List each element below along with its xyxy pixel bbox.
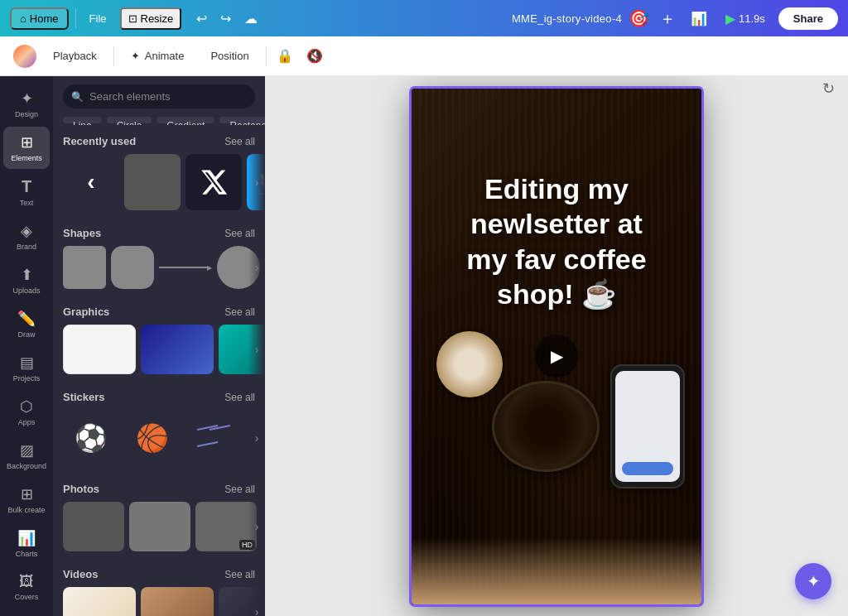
sidebar-item-uploads[interactable]: ⬆ Uploads <box>3 259 50 301</box>
phone-mockup <box>610 364 685 488</box>
canvas-area: Editing mynewlsetter atmy fav coffeeshop… <box>265 76 848 616</box>
home-button[interactable]: ⌂ Home <box>10 7 69 30</box>
tag-circle[interactable]: Circle <box>107 117 152 123</box>
shape-arrow-line[interactable] <box>159 246 212 289</box>
search-input[interactable] <box>63 84 255 108</box>
background-label: Background <box>7 462 46 470</box>
graphic-item-2[interactable] <box>141 325 214 374</box>
playback-button[interactable]: Playback <box>43 45 107 67</box>
sidebar-item-draw[interactable]: ✏️ Draw <box>3 303 50 345</box>
shape-rounded-rect[interactable] <box>111 246 154 289</box>
recently-item-x[interactable] <box>186 154 242 210</box>
videos-see-all[interactable]: See all <box>224 569 255 580</box>
recently-item-chevron[interactable]: ‹ <box>63 154 119 210</box>
toolbar-separator-2 <box>266 46 267 66</box>
canvas-frame[interactable]: Editing mynewlsetter atmy fav coffeeshop… <box>412 89 701 604</box>
recently-used-header: Recently used See all <box>53 132 265 154</box>
text-icon: T <box>22 177 31 196</box>
sidebar-item-text[interactable]: T Text <box>3 171 50 214</box>
video-item-1[interactable]: 14.0s <box>63 587 136 616</box>
photo-item-3[interactable]: HD <box>195 502 257 551</box>
redo-button[interactable]: ↪ <box>215 7 236 30</box>
sidebar-item-bulk-create[interactable]: ⊞ Bulk create <box>3 479 50 521</box>
resize-icon: ⊡ <box>128 12 137 25</box>
graphics-label: Graphics <box>63 306 109 318</box>
graphics-header: Graphics See all <box>53 302 265 325</box>
main-area: ✦ Design ⊞ Elements T Text ◈ Brand ⬆ Upl… <box>0 76 848 616</box>
bulk-create-label: Bulk create <box>7 506 45 514</box>
graphics-row-wrapper: › <box>53 325 265 374</box>
shapes-see-all[interactable]: See all <box>224 228 255 239</box>
sticker-item-2[interactable]: 🏀 <box>124 410 181 466</box>
videos-section: Videos See all 14.0s 12.0s 15.0s <box>53 558 265 616</box>
collab-icon: 🎯 <box>629 8 649 28</box>
sidebar-item-covers[interactable]: 🖼 Covers <box>3 566 50 608</box>
draw-label: Draw <box>17 330 35 339</box>
undo-button[interactable]: ↩ <box>191 7 212 30</box>
videos-row-wrapper: 14.0s 12.0s 15.0s › <box>53 587 265 616</box>
sidebar-item-projects[interactable]: ▤ Projects <box>3 347 50 389</box>
file-menu[interactable]: File <box>83 9 113 28</box>
graphics-more-chevron[interactable]: › <box>248 325 265 374</box>
shape-square[interactable] <box>63 246 106 289</box>
sidebar-item-design[interactable]: ✦ Design <box>3 83 50 125</box>
photos-see-all[interactable]: See all <box>224 484 255 495</box>
bulk-create-icon: ⊞ <box>21 485 33 503</box>
help-button[interactable]: ✦ <box>795 563 831 599</box>
graphic-item-1[interactable] <box>63 325 136 374</box>
canvas-refresh-button[interactable]: ↻ <box>822 79 835 98</box>
shapes-more-chevron[interactable]: › <box>248 246 265 289</box>
stickers-more-chevron[interactable]: › <box>248 410 265 466</box>
preview-play-button[interactable]: ▶ 11.9s <box>719 7 772 30</box>
sidebar-item-elements[interactable]: ⊞ Elements <box>3 127 50 169</box>
video-item-2[interactable]: 12.0s <box>141 587 214 616</box>
mute-icon[interactable]: 🔇 <box>303 45 326 67</box>
position-label: Position <box>210 50 248 62</box>
sidebar-item-charts[interactable]: 📊 Charts <box>3 522 50 565</box>
lock-icon[interactable]: 🔒 <box>273 45 296 67</box>
quick-tags-row: Line Circle Gradient Rectangle Bl... <box>53 117 265 125</box>
coffee-cup <box>436 331 503 397</box>
add-collaborator-button[interactable]: ＋ <box>656 4 679 33</box>
photo-item-2[interactable] <box>129 502 190 551</box>
recently-more-chevron[interactable]: › <box>248 154 265 210</box>
collaborators: 🎯 <box>629 8 649 28</box>
photos-more-chevron[interactable]: › <box>248 502 265 551</box>
recently-used-see-all[interactable]: See all <box>224 136 255 147</box>
analytics-button[interactable]: 📊 <box>686 7 712 30</box>
videos-more-chevron[interactable]: › <box>248 587 265 616</box>
canvas-text[interactable]: Editing mynewlsetter atmy fav coffeeshop… <box>412 171 701 312</box>
stickers-label: Stickers <box>63 391 105 403</box>
covers-icon: 🖼 <box>19 573 34 590</box>
tag-rectangle[interactable]: Rectangle <box>219 117 265 123</box>
tag-line[interactable]: Line <box>63 117 102 123</box>
sidebar-item-line-icons[interactable]: ⊡ Line Icons <box>3 609 50 616</box>
videos-header: Videos See all <box>53 565 265 587</box>
photo-item-1[interactable] <box>63 502 124 551</box>
animate-button[interactable]: ✦ Animate <box>121 45 195 67</box>
photos-row: HD <box>53 502 265 551</box>
sidebar-item-brand[interactable]: ◈ Brand <box>3 215 50 257</box>
recently-item-blank[interactable] <box>124 154 181 210</box>
undo-redo-actions: ↩ ↪ ☁ <box>191 7 263 30</box>
home-icon: ⌂ <box>20 12 26 25</box>
position-button[interactable]: Position <box>200 45 258 67</box>
projects-icon: ▤ <box>20 354 34 372</box>
share-button[interactable]: Share <box>778 7 838 30</box>
sticker-item-1[interactable]: ⚽ <box>63 410 119 466</box>
coffee-bowl <box>492 381 600 472</box>
apps-icon: ⬡ <box>20 397 33 416</box>
sticker-item-3[interactable] <box>186 410 242 466</box>
graphics-section: Graphics See all › <box>53 296 265 381</box>
tag-gradient[interactable]: Gradient <box>157 117 214 123</box>
cloud-save-button[interactable]: ☁ <box>239 7 263 30</box>
stickers-see-all[interactable]: See all <box>224 392 255 403</box>
sidebar-item-apps[interactable]: ⬡ Apps <box>3 391 50 433</box>
canvas-play-button[interactable]: ▶ <box>535 334 578 378</box>
stickers-header: Stickers See all <box>53 387 265 410</box>
sidebar-item-background[interactable]: ▨ Background <box>3 435 50 477</box>
graphics-see-all[interactable]: See all <box>224 306 255 318</box>
document-title: MME_ig-story-video-4 <box>512 12 622 25</box>
resize-button[interactable]: ⊡ Resize <box>120 7 182 30</box>
topbar: ⌂ Home File ⊡ Resize ↩ ↪ ☁ MME_ig-story-… <box>0 0 848 36</box>
